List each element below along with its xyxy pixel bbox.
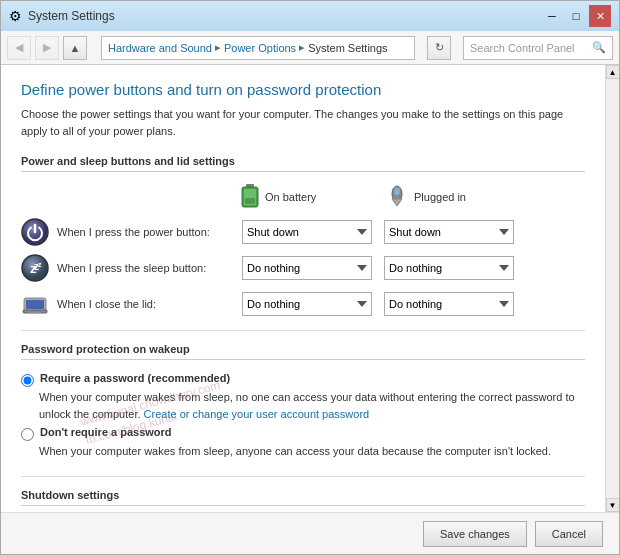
maximize-button[interactable]: □: [565, 5, 587, 27]
no-password-radio[interactable]: [21, 428, 34, 441]
sleep-button-label: When I press the sleep button:: [57, 262, 242, 274]
power-button-label: When I press the power button:: [57, 226, 242, 238]
no-password-label: Don't require a password: [40, 426, 172, 438]
window-controls: ─ □ ✕: [541, 5, 611, 27]
close-button[interactable]: ✕: [589, 5, 611, 27]
svg-marker-5: [392, 199, 402, 206]
save-changes-button[interactable]: Save changes: [423, 521, 527, 547]
battery-col-label: On battery: [265, 191, 316, 203]
refresh-button[interactable]: ↻: [427, 36, 451, 60]
power-plugged-select[interactable]: Shut down Do nothing Sleep Hibernate Tur…: [384, 220, 514, 244]
require-password-label: Require a password (recommended): [40, 372, 230, 384]
lid-plugged-select[interactable]: Do nothing Shut down Sleep Hibernate: [384, 292, 514, 316]
window-icon: ⚙: [9, 8, 22, 24]
breadcrumb-hardware[interactable]: Hardware and Sound: [108, 42, 212, 54]
search-bar[interactable]: Search Control Panel 🔍: [463, 36, 613, 60]
breadcrumb-sep2: ▸: [299, 41, 305, 54]
require-password-desc: When your computer wakes from sleep, no …: [39, 389, 585, 422]
back-button[interactable]: ◀: [7, 36, 31, 60]
minimize-button[interactable]: ─: [541, 5, 563, 27]
scroll-down[interactable]: ▼: [606, 498, 620, 512]
sleep-button-icon: z z z: [21, 254, 49, 282]
sleep-button-row: z z z When I press the sleep button: Do …: [21, 254, 585, 282]
lid-icon: [21, 290, 49, 318]
lid-row: When I close the lid: Do nothing Shut do…: [21, 290, 585, 318]
svg-text:z: z: [38, 261, 42, 268]
up-button[interactable]: ▲: [63, 36, 87, 60]
battery-column-header: On battery: [241, 184, 386, 210]
power-button-icon: [21, 218, 49, 246]
shutdown-section-title: Shutdown settings: [21, 489, 585, 506]
svg-rect-3: [245, 198, 255, 204]
breadcrumb-power[interactable]: Power Options: [224, 42, 296, 54]
plugged-column-header: Plugged in: [386, 184, 531, 210]
lid-label: When I close the lid:: [57, 298, 242, 310]
forward-button[interactable]: ▶: [35, 36, 59, 60]
power-table-header: On battery Plugged in: [21, 184, 585, 210]
page-heading: Define power buttons and turn on passwor…: [21, 81, 585, 98]
scrollbar[interactable]: ▲ ▼: [605, 65, 619, 512]
sleep-plugged-select[interactable]: Do nothing Shut down Sleep Hibernate: [384, 256, 514, 280]
require-password-radio[interactable]: [21, 374, 34, 387]
power-button-row: When I press the power button: Shut down…: [21, 218, 585, 246]
password-section: Require a password (recommended) When yo…: [21, 372, 585, 460]
plugged-col-label: Plugged in: [414, 191, 466, 203]
no-password-desc: When your computer wakes from sleep, any…: [39, 443, 585, 460]
breadcrumb-sep1: ▸: [215, 41, 221, 54]
power-battery-select[interactable]: Shut down Do nothing Sleep Hibernate Tur…: [242, 220, 372, 244]
plugged-icon: [386, 184, 408, 210]
svg-rect-14: [26, 300, 44, 309]
password-section-title: Password protection on wakeup: [21, 343, 585, 360]
battery-icon: [241, 184, 259, 210]
breadcrumb-current: System Settings: [308, 42, 387, 54]
scroll-up[interactable]: ▲: [606, 65, 620, 79]
window-title: System Settings: [28, 9, 115, 23]
content-panel: Define power buttons and turn on passwor…: [1, 65, 605, 512]
svg-point-7: [394, 187, 400, 195]
search-placeholder: Search Control Panel: [470, 42, 575, 54]
create-password-link[interactable]: Create or change your user account passw…: [144, 408, 370, 420]
scroll-track[interactable]: [606, 79, 619, 498]
search-icon: 🔍: [592, 41, 606, 54]
breadcrumb: Hardware and Sound ▸ Power Options ▸ Sys…: [101, 36, 415, 60]
footer: Save changes Cancel: [1, 512, 619, 554]
divider1: [21, 330, 585, 331]
lid-battery-select[interactable]: Do nothing Shut down Sleep Hibernate: [242, 292, 372, 316]
no-password-item: Don't require a password: [21, 426, 585, 441]
page-description: Choose the power settings that you want …: [21, 106, 585, 139]
title-bar: ⚙ System Settings ─ □ ✕: [1, 1, 619, 31]
divider2: [21, 476, 585, 477]
power-sleep-section-title: Power and sleep buttons and lid settings: [21, 155, 585, 172]
cancel-button[interactable]: Cancel: [535, 521, 603, 547]
main-content: Define power buttons and turn on passwor…: [1, 65, 619, 512]
require-password-item: Require a password (recommended): [21, 372, 585, 387]
address-bar: ◀ ▶ ▲ Hardware and Sound ▸ Power Options…: [1, 31, 619, 65]
sleep-battery-select[interactable]: Do nothing Shut down Sleep Hibernate: [242, 256, 372, 280]
